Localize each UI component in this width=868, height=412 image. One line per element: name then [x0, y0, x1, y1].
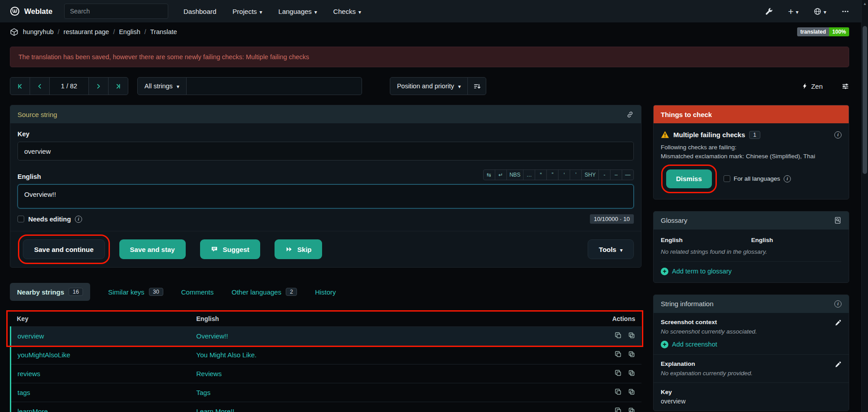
string-key-link[interactable]: overview [17, 332, 44, 340]
tools-dropdown[interactable]: Tools [588, 239, 634, 259]
string-text-link[interactable]: Overview!! [196, 332, 228, 340]
save-and-continue-button[interactable]: Save and continue [23, 239, 105, 259]
special-char-quote-button[interactable]: ’ [570, 169, 582, 180]
next-string-button[interactable] [88, 77, 109, 95]
key-input[interactable] [17, 142, 634, 160]
info-icon[interactable] [784, 175, 791, 182]
toolbar-right: Zen [802, 82, 849, 90]
info-icon[interactable] [834, 131, 842, 139]
add-menu-button[interactable] [788, 7, 798, 16]
global-search-input[interactable] [64, 4, 168, 19]
special-char-quote-button[interactable]: ” [546, 169, 558, 180]
translated-percent-badge: 100% [829, 27, 849, 36]
save-and-stay-button[interactable]: Save and stay [119, 239, 186, 259]
permalink-button[interactable] [626, 111, 634, 118]
zen-mode-link[interactable]: Zen [802, 82, 823, 90]
string-text-link[interactable]: You Might Also Like. [196, 351, 257, 359]
for-all-languages-checkbox[interactable] [724, 175, 730, 182]
tab-history[interactable]: History [315, 288, 336, 296]
breadcrumb-component[interactable]: restaurant page [64, 28, 109, 35]
glossary-source-language: English [661, 237, 751, 243]
special-char-hyphen-button[interactable]: - [598, 169, 611, 180]
breadcrumb-translate[interactable]: Translate [150, 28, 177, 35]
translation-status-badge[interactable]: translated 100% [797, 27, 849, 36]
source-string-header: Source string [10, 105, 641, 123]
nav-item-dashboard[interactable]: Dashboard [183, 8, 216, 15]
sort-icon [473, 82, 481, 90]
nav-item-languages[interactable]: Languages [279, 8, 317, 15]
string-key-link[interactable]: learnMore [17, 408, 48, 412]
string-text-link[interactable]: Learn More!! [196, 408, 235, 412]
brand-name: Weblate [24, 7, 52, 16]
browse-glossary-button[interactable] [834, 217, 842, 224]
string-position-indicator[interactable]: 1 / 82 [49, 77, 89, 95]
needs-editing-checkbox[interactable] [17, 216, 24, 222]
clone-string-button[interactable] [628, 369, 635, 377]
more-menu-button[interactable] [842, 8, 849, 15]
tab-similar-keys[interactable]: Similar keys30 [108, 288, 163, 296]
special-char-endash-button[interactable]: – [610, 169, 622, 180]
edit-screenshot-button[interactable] [834, 319, 842, 328]
breadcrumb-language[interactable]: English [119, 28, 140, 35]
clone-string-button[interactable] [628, 407, 635, 412]
special-char-newline-button[interactable]: ↵ [495, 169, 507, 180]
breadcrumb-project[interactable]: hungryhub [23, 28, 54, 35]
special-char-ellipsis-button[interactable]: … [523, 169, 535, 180]
tab-nearby-strings[interactable]: Nearby strings16 [10, 283, 90, 301]
suggest-button[interactable]: Suggest [200, 239, 260, 259]
info-icon[interactable] [834, 300, 842, 308]
string-text-link[interactable]: Reviews [196, 370, 222, 377]
nav-item-checks[interactable]: Checks [333, 8, 361, 15]
clone-string-button[interactable] [628, 332, 635, 339]
clone-icon [628, 407, 635, 412]
tab-comments[interactable]: Comments [181, 288, 214, 296]
last-string-button[interactable] [108, 77, 128, 95]
strings-search-input[interactable] [186, 77, 362, 95]
sort-dropdown[interactable]: Position and priority [390, 77, 468, 95]
failing-checks-detail: Mismatched exclamation mark: Chinese (Si… [661, 152, 842, 161]
special-char-tab-button[interactable]: ⇆ [483, 169, 495, 180]
language-menu-button[interactable] [814, 8, 826, 15]
string-key-link[interactable]: youMightAlsoLike [17, 351, 70, 359]
preferences-button[interactable] [842, 82, 849, 90]
copy-string-button[interactable] [615, 332, 622, 339]
character-counter: 10/10000 · 10 [590, 214, 634, 224]
nav-item-projects[interactable]: Projects [232, 8, 262, 15]
previous-string-button[interactable] [30, 77, 50, 95]
chevron-down-icon [314, 8, 317, 15]
copy-string-button[interactable] [615, 351, 622, 358]
management-button[interactable] [765, 8, 773, 15]
info-icon[interactable] [75, 216, 82, 223]
string-key-link[interactable]: reviews [17, 370, 40, 377]
string-key-link[interactable]: tags [17, 389, 30, 396]
special-char-shy-button[interactable]: SHY [581, 169, 599, 180]
special-char-quote-button[interactable]: ‘ [558, 169, 570, 180]
scrollbar-thumb[interactable] [863, 26, 867, 174]
link-icon [626, 111, 634, 118]
copy-string-button[interactable] [615, 407, 622, 412]
tab-other-languages[interactable]: Other languages2 [231, 288, 297, 296]
edit-explanation-button[interactable] [834, 361, 842, 369]
add-screenshot-link[interactable]: Add screenshot [661, 341, 717, 348]
scroll-up-arrow[interactable] [862, 0, 868, 7]
copy-string-button[interactable] [615, 369, 622, 377]
string-text-link[interactable]: Tags [196, 389, 211, 396]
first-string-button[interactable] [10, 77, 30, 95]
filter-label: All strings [144, 82, 173, 90]
special-char-emdash-button[interactable]: — [622, 169, 634, 180]
breadcrumb-separator [144, 28, 146, 35]
copy-string-button[interactable] [615, 388, 622, 395]
source-text-area[interactable]: Overview!! [17, 184, 634, 208]
weblate-home-link[interactable]: Weblate [10, 6, 52, 16]
skip-button[interactable]: Skip [275, 239, 323, 259]
clone-string-button[interactable] [628, 388, 635, 395]
clone-string-button[interactable] [628, 351, 635, 358]
strings-filter-dropdown[interactable]: All strings [137, 77, 187, 95]
dismiss-button[interactable]: Dismiss [666, 169, 712, 188]
special-char-quote-button[interactable]: “ [535, 169, 547, 180]
page-scrollbar [861, 0, 868, 412]
skip-forward-icon [285, 246, 292, 253]
special-char-nbsp-button[interactable]: NBS [506, 169, 524, 180]
add-term-to-glossary-link[interactable]: Add term to glossary [661, 268, 732, 275]
sort-direction-button[interactable] [467, 77, 486, 95]
